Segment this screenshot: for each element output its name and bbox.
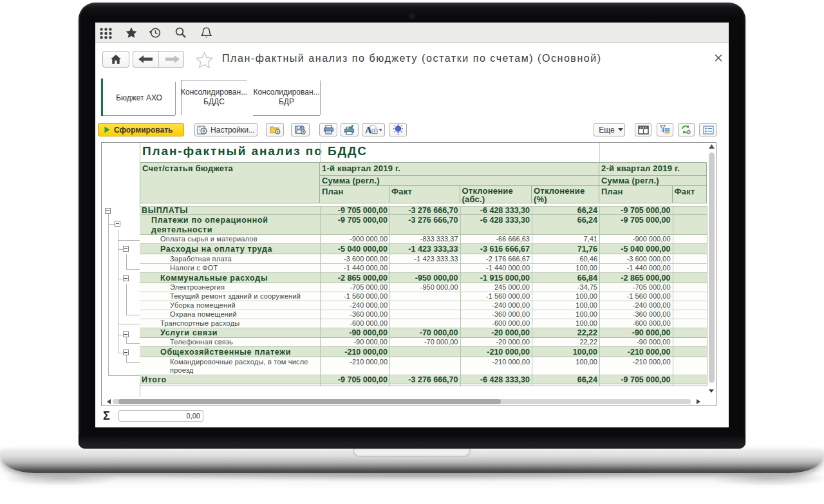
svg-text:A: A [365, 125, 372, 135]
